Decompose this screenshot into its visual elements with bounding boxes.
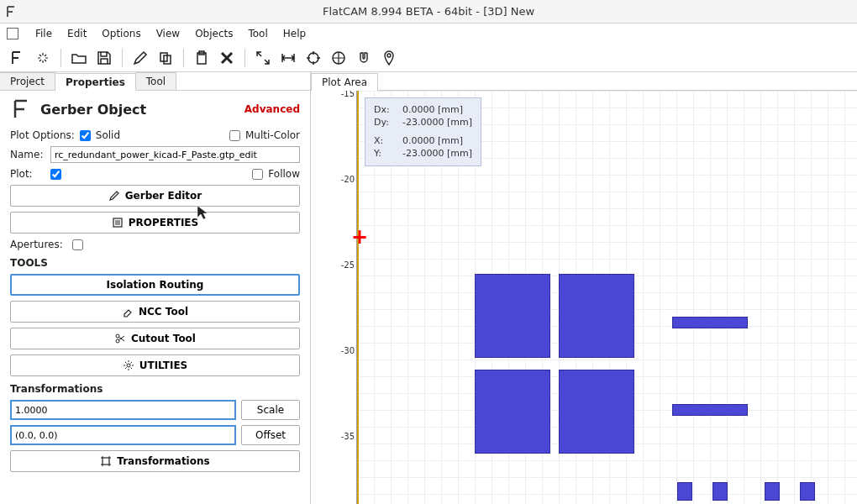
sparkle-icon[interactable] [32, 47, 54, 69]
transformations-button[interactable]: Transformations [10, 450, 300, 472]
solid-checkbox[interactable] [80, 130, 91, 141]
gerber-editor-button[interactable]: Gerber Editor [10, 185, 300, 207]
gerber-pad [800, 482, 815, 501]
menu-objects[interactable]: Objects [188, 25, 239, 42]
transformations-heading: Transformations [10, 383, 300, 395]
plot-options-label: Plot Options: [10, 129, 75, 141]
window-title: FlatCAM 8.994 BETA - 64bit - [3D] New [0, 5, 857, 18]
width-icon[interactable] [277, 47, 299, 69]
gerber-pad [765, 482, 780, 501]
left-panel: Project Properties Tool Gerber Object Ad… [0, 72, 311, 504]
dy-label: Dy: [374, 116, 392, 129]
isolation-routing-label: Isolation Routing [107, 279, 204, 291]
dx-value: 0.0000 [mm] [402, 103, 463, 116]
offset-button[interactable]: Offset [241, 425, 300, 445]
ruler-tick: -35 [341, 432, 355, 441]
pencil-icon [108, 190, 120, 202]
crosshair-icon[interactable] [328, 47, 350, 69]
scale-input[interactable] [10, 400, 236, 420]
svg-point-10 [127, 364, 130, 367]
apertures-row: Apertures: [10, 239, 300, 250]
tools-heading: TOOLS [10, 257, 300, 269]
utilities-button[interactable]: UTILTIES [10, 354, 300, 376]
scale-button[interactable]: Scale [241, 400, 300, 420]
follow-label: Follow [268, 168, 300, 180]
plot-checkbox[interactable] [50, 169, 61, 180]
transform-icon [100, 455, 112, 467]
ncc-tool-label: NCC Tool [139, 306, 188, 318]
main-content: Project Properties Tool Gerber Object Ad… [0, 72, 857, 504]
svg-point-6 [387, 54, 391, 57]
tab-project[interactable]: Project [0, 72, 55, 90]
magnet-icon[interactable] [353, 47, 375, 69]
gerber-pad [559, 274, 634, 358]
svg-rect-11 [103, 458, 109, 465]
plot-row: Plot: Follow [10, 168, 300, 180]
gear-icon [123, 360, 134, 371]
apertures-checkbox[interactable] [72, 239, 83, 250]
app-mini-icon[interactable] [7, 28, 18, 39]
name-row: Name: [10, 146, 300, 163]
menu-view[interactable]: View [150, 25, 187, 42]
ruler-tick: -15 [341, 91, 355, 98]
y-value: -23.0000 [mm] [402, 147, 472, 160]
tab-tool[interactable]: Tool [136, 72, 176, 90]
plot-label: Plot: [10, 168, 45, 180]
dx-label: Dx: [374, 103, 392, 116]
ruler-tick: -30 [341, 346, 355, 355]
scale-row: Scale [10, 400, 300, 420]
menu-edit[interactable]: Edit [60, 25, 93, 42]
gerber-pad [672, 317, 748, 328]
menu-help[interactable]: Help [276, 25, 313, 42]
plot-panel: Plot Area -15 -20 -25 -30 -35 + Dx: 0.00… [311, 72, 857, 504]
plot-canvas[interactable]: -15 -20 -25 -30 -35 + Dx: 0.0000 [mm] Dy… [311, 91, 857, 504]
expand-icon[interactable] [252, 47, 274, 69]
menu-tool[interactable]: Tool [241, 25, 274, 42]
panel-tabs: Project Properties Tool [0, 72, 310, 91]
title-bar: FlatCAM 8.994 BETA - 64bit - [3D] New [0, 0, 857, 24]
toolbar [0, 44, 857, 72]
ruler-tick: -25 [341, 260, 355, 270]
utilities-label: UTILTIES [139, 360, 188, 371]
cutout-tool-button[interactable]: Cutout Tool [10, 328, 300, 349]
map-pin-icon[interactable] [378, 47, 400, 69]
gerber-pad [475, 370, 550, 454]
gerber-pad [475, 274, 550, 358]
panel-body: Gerber Object Advanced Plot Options: Sol… [0, 91, 310, 504]
name-input[interactable] [50, 146, 300, 163]
tab-properties[interactable]: Properties [55, 73, 136, 91]
folder-open-icon[interactable] [68, 47, 90, 69]
apertures-label: Apertures: [10, 239, 67, 250]
object-title: Gerber Object [40, 102, 244, 118]
ncc-tool-button[interactable]: NCC Tool [10, 301, 300, 323]
close-icon[interactable] [216, 47, 238, 69]
menu-bar: File Edit Options View Objects Tool Help [0, 24, 857, 44]
multi-color-checkbox[interactable] [229, 130, 240, 141]
offset-input[interactable] [10, 425, 236, 445]
object-header: Gerber Object Advanced [10, 97, 300, 121]
x-label: X: [374, 134, 392, 147]
advanced-label[interactable]: Advanced [244, 103, 300, 115]
gerber-pad [559, 370, 634, 454]
cutout-tool-label: Cutout Tool [131, 333, 196, 344]
properties-label: PROPERTIES [129, 217, 198, 228]
save-icon[interactable] [93, 47, 115, 69]
menu-file[interactable]: File [29, 25, 59, 42]
isolation-routing-button[interactable]: Isolation Routing [10, 274, 300, 296]
tab-plot-area[interactable]: Plot Area [311, 73, 378, 91]
multi-color-label: Multi-Color [245, 129, 300, 141]
origin-y-axis [357, 91, 359, 504]
menu-options[interactable]: Options [95, 25, 147, 42]
app-icon [5, 5, 18, 18]
clipboard-icon[interactable] [191, 47, 213, 69]
follow-checkbox[interactable] [252, 169, 263, 180]
copy-icon[interactable] [155, 47, 176, 69]
gerber-object-icon [10, 97, 34, 121]
vertical-ruler: -15 -20 -25 -30 -35 [311, 91, 357, 504]
pencil-icon[interactable] [129, 47, 151, 69]
gerber-editor-label: Gerber Editor [125, 190, 202, 202]
properties-button[interactable]: PROPERTIES [10, 212, 300, 234]
new-project-icon[interactable] [7, 47, 29, 69]
target-icon[interactable] [302, 47, 324, 69]
solid-label: Solid [96, 129, 120, 141]
